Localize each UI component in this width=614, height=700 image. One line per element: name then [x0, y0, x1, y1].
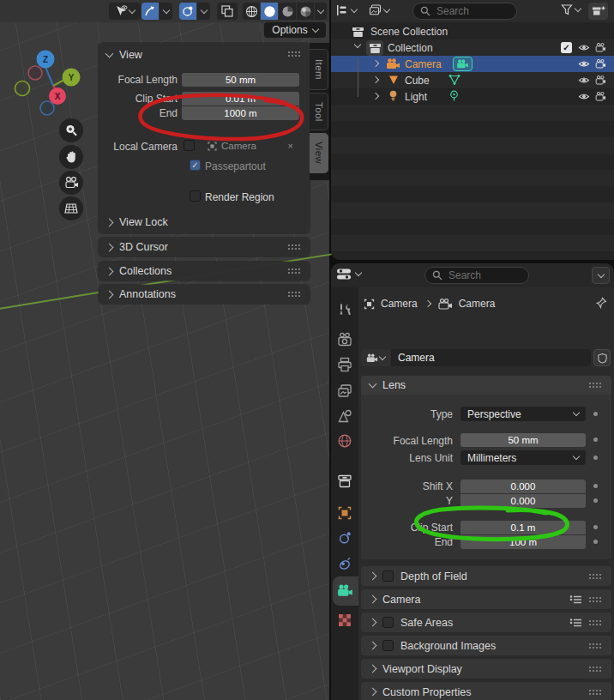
outliner-search[interactable] — [412, 3, 517, 20]
panel-depth-of-field[interactable]: Depth of Field — [361, 566, 611, 586]
clip-start-field[interactable]: 0.01 m — [182, 92, 299, 106]
eye-icon[interactable] — [578, 92, 590, 101]
focal-length-field[interactable]: 50 mm — [460, 433, 586, 447]
properties-search[interactable] — [424, 267, 529, 284]
shading-material-button[interactable] — [279, 3, 296, 20]
grip-icon[interactable] — [288, 51, 302, 57]
row-light[interactable]: Light — [331, 88, 614, 105]
tab-view[interactable]: View — [310, 133, 328, 173]
shading-rendered-button[interactable] — [297, 3, 314, 20]
gizmo-dropdown[interactable] — [197, 3, 210, 20]
decorator-dot[interactable] — [593, 525, 598, 529]
row-label[interactable]: Light — [405, 91, 427, 103]
eye-icon[interactable] — [578, 59, 590, 69]
depth-of-field-checkbox[interactable] — [382, 570, 394, 582]
shading-wireframe-button[interactable] — [243, 3, 260, 20]
grip-icon[interactable] — [589, 597, 603, 602]
clip-end-field[interactable]: 1000 m — [182, 106, 299, 120]
snap-toggle-button[interactable] — [141, 3, 159, 20]
shift-y-field[interactable]: 0.000 — [460, 494, 586, 508]
grip-icon[interactable] — [589, 643, 603, 649]
row-scene-collection[interactable]: Scene Collection — [331, 23, 614, 39]
camera-restrict-icon[interactable] — [595, 75, 606, 85]
display-mode-button[interactable] — [369, 4, 389, 16]
background-images-checkbox[interactable] — [382, 640, 394, 651]
snap-dropdown[interactable] — [160, 3, 172, 20]
focal-length-field[interactable]: 50 mm — [182, 73, 299, 87]
decorator-dot[interactable] — [593, 498, 598, 503]
row-camera[interactable]: Camera — [331, 56, 614, 72]
id-name-field[interactable]: Camera — [391, 349, 591, 366]
tab-object[interactable] — [337, 505, 352, 521]
grip-icon[interactable] — [288, 269, 302, 274]
panel-camera[interactable]: Camera — [361, 589, 611, 609]
gizmo-neg-x-ball[interactable] — [15, 81, 30, 96]
zoom-button[interactable] — [59, 118, 83, 142]
tab-scene[interactable] — [337, 408, 352, 424]
id-browse-button[interactable] — [361, 349, 390, 366]
grip-icon[interactable] — [288, 292, 302, 297]
decorator-dot[interactable] — [593, 484, 598, 488]
close-icon[interactable]: × — [288, 141, 293, 151]
decorator-dot[interactable] — [593, 438, 598, 442]
type-dropdown[interactable]: Perspective — [460, 407, 586, 421]
pin-icon[interactable] — [595, 297, 607, 309]
grip-icon[interactable] — [288, 244, 302, 250]
eye-icon[interactable] — [578, 75, 590, 85]
editor-type-button[interactable] — [336, 4, 357, 16]
row-collection[interactable]: Collection ✓ — [331, 39, 614, 56]
row-cube[interactable]: Cube — [331, 72, 614, 88]
camera-view-button[interactable] — [59, 171, 83, 195]
lens-panel-header[interactable]: Lens — [361, 376, 611, 395]
grip-icon[interactable] — [589, 690, 603, 695]
tab-constraints[interactable] — [337, 556, 352, 571]
preset-icon[interactable] — [569, 594, 582, 605]
tab-render[interactable] — [337, 332, 352, 347]
shift-x-field[interactable]: 0.000 — [460, 480, 586, 493]
tab-camera-data[interactable] — [337, 584, 353, 597]
view-panel-header[interactable]: View — [106, 49, 142, 61]
tab-view-layer[interactable] — [337, 383, 352, 399]
properties-options-dropdown[interactable] — [592, 267, 610, 284]
overlays-button[interactable] — [217, 3, 238, 20]
camera-data-icon-badge[interactable] — [453, 57, 473, 71]
camera-restrict-icon[interactable] — [595, 92, 606, 101]
tab-collection[interactable] — [337, 474, 352, 488]
grip-icon[interactable] — [589, 620, 603, 625]
row-label-active[interactable]: Camera — [405, 58, 442, 70]
panel-annotations[interactable]: Annotations — [99, 285, 310, 304]
perspective-toggle-button[interactable] — [59, 196, 83, 220]
options-dropdown[interactable]: Options — [264, 22, 326, 38]
tab-tool[interactable]: Tool — [310, 93, 328, 130]
panel-custom-properties[interactable]: Custom Properties — [361, 682, 611, 700]
breadcrumb-object[interactable]: Camera — [381, 298, 418, 310]
chevron-right-icon[interactable] — [372, 93, 379, 100]
filter-button[interactable] — [561, 4, 581, 15]
clip-end-field[interactable]: 100 m — [460, 535, 586, 549]
pan-button[interactable] — [59, 145, 83, 169]
grip-icon[interactable] — [589, 383, 603, 388]
shading-solid-button[interactable] — [261, 3, 278, 20]
outliner-search-input[interactable] — [435, 4, 509, 18]
chevron-down-icon[interactable] — [354, 41, 361, 48]
new-collection-button[interactable] — [588, 3, 608, 20]
row-label[interactable]: Cube — [405, 75, 430, 87]
safe-areas-checkbox[interactable] — [382, 617, 394, 628]
lens-unit-dropdown[interactable]: Millimeters — [460, 450, 586, 465]
chevron-right-icon[interactable] — [372, 76, 379, 83]
collection-exclude-checkbox[interactable]: ✓ — [561, 42, 572, 53]
preset-icon[interactable] — [569, 618, 582, 628]
panel-3d-cursor[interactable]: 3D Cursor — [99, 238, 310, 256]
tab-output[interactable] — [337, 357, 352, 372]
camera-restrict-icon[interactable] — [595, 59, 606, 69]
panel-collections[interactable]: Collections — [99, 262, 310, 281]
tab-world[interactable] — [337, 433, 352, 449]
view-lock-subpanel[interactable]: View Lock — [106, 216, 168, 228]
render-region-checkbox[interactable] — [190, 190, 201, 202]
editor-type-button[interactable] — [336, 268, 361, 281]
grip-icon[interactable] — [589, 574, 603, 579]
decorator-dot[interactable] — [593, 412, 598, 416]
tab-item[interactable]: Item — [310, 49, 328, 90]
camera-restrict-icon[interactable] — [595, 43, 606, 52]
navigation-gizmo[interactable]: Z Y X — [14, 48, 86, 122]
